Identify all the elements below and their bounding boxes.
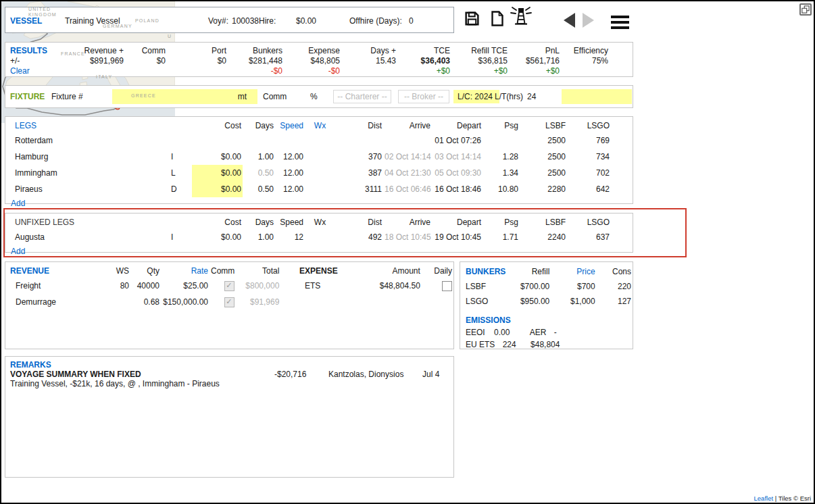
qty-value[interactable]: 40000 bbox=[130, 278, 161, 294]
amount-value[interactable]: $48,804.50 bbox=[339, 278, 422, 294]
leg-days[interactable]: 0.50 bbox=[243, 165, 275, 181]
voyage-number-value[interactable]: 100038 bbox=[232, 16, 259, 26]
leg-wx bbox=[305, 132, 335, 149]
vessel-name-field[interactable]: Training Vessel bbox=[65, 16, 120, 26]
col-header-lsbf: LSBF bbox=[520, 119, 567, 132]
percent-label: % bbox=[310, 92, 318, 101]
remarks-date: Jul 4 bbox=[422, 370, 439, 379]
leg-depart: 05 Oct 09:30 bbox=[432, 165, 483, 181]
cons-value[interactable]: 220 bbox=[597, 279, 633, 294]
add-unfixed-leg-link[interactable]: Add bbox=[11, 247, 25, 256]
cargo-quantity-input[interactable] bbox=[112, 89, 257, 104]
ws-value[interactable]: 80 bbox=[108, 278, 130, 294]
col-header-price[interactable]: Price bbox=[551, 264, 596, 279]
total-value: $800,000 bbox=[236, 278, 280, 294]
leg-days[interactable]: 0.50 bbox=[243, 181, 275, 197]
hire-value[interactable]: $0.00 bbox=[296, 16, 316, 26]
ws-value bbox=[108, 294, 130, 310]
col-header-refill: Refill bbox=[507, 264, 551, 279]
col-header-dist: Dist bbox=[335, 119, 383, 132]
col-header-rate[interactable]: Rate bbox=[161, 264, 209, 278]
menu-icon[interactable] bbox=[611, 13, 629, 32]
refill-value[interactable]: $950.00 bbox=[507, 294, 551, 309]
col-header-depart: Depart bbox=[432, 216, 483, 229]
leg-arrive: 18 Oct 10:45 bbox=[383, 229, 432, 245]
leg-port[interactable]: Immingham bbox=[9, 165, 168, 181]
qty-value[interactable]: 0.68 bbox=[130, 294, 161, 310]
leg-cost[interactable]: $0.00 bbox=[192, 149, 243, 165]
col-header-speed[interactable]: Speed bbox=[275, 119, 305, 132]
bunkers-header-row: BUNKERS Refill Price Cons bbox=[464, 264, 633, 279]
remarks-title: REMARKS bbox=[10, 360, 51, 370]
leg-depart: 16 Oct 18:46 bbox=[432, 181, 483, 197]
comm-checkbox[interactable] bbox=[224, 281, 234, 291]
clear-link[interactable]: Clear bbox=[10, 66, 52, 76]
rate-value[interactable]: $150,000.00 bbox=[161, 294, 209, 310]
col-header-ws: WS bbox=[108, 264, 130, 278]
col-header-wx[interactable]: Wx bbox=[305, 119, 335, 132]
laycan-field[interactable]: L/C: 2024 bbox=[453, 90, 499, 103]
offhire-value[interactable]: 0 bbox=[409, 16, 414, 26]
fixture-number-label: Fixture # bbox=[51, 92, 83, 101]
legs-title: LEGS bbox=[9, 119, 168, 132]
leg-psg: 1.34 bbox=[483, 165, 520, 181]
leg-arrive: 16 Oct 06:46 bbox=[383, 181, 432, 197]
leg-port[interactable]: Piraeus bbox=[9, 181, 168, 197]
col-header-psg: Psg bbox=[483, 119, 520, 132]
save-icon[interactable] bbox=[464, 10, 480, 29]
lighthouse-icon[interactable] bbox=[510, 5, 533, 30]
leg-dist bbox=[335, 132, 383, 149]
leg-port[interactable]: Augusta bbox=[9, 229, 168, 245]
revenue-panel: REVENUE WS Qty Rate Comm Total Freight 8… bbox=[5, 261, 454, 349]
leg-lsbf: 2500 bbox=[520, 149, 567, 165]
fixture-cargo-field: mt bbox=[112, 89, 257, 104]
leg-speed[interactable]: 12.00 bbox=[275, 181, 305, 197]
leg-depart: 19 Oct 10:45 bbox=[432, 229, 483, 245]
leg-port[interactable]: Hamburg bbox=[9, 149, 168, 165]
back-icon[interactable] bbox=[563, 12, 576, 30]
eu-ets-cost: $48,804 bbox=[530, 340, 560, 349]
leg-speed[interactable]: 12.00 bbox=[275, 165, 305, 181]
rate-value[interactable]: $25.00 bbox=[161, 278, 209, 294]
leg-days[interactable]: 1.00 bbox=[243, 229, 275, 245]
daily-checkbox[interactable] bbox=[442, 281, 452, 291]
leg-wx bbox=[305, 165, 335, 181]
add-leg-link[interactable]: Add bbox=[11, 199, 25, 208]
results-plus-minus: +/- bbox=[10, 56, 52, 66]
col-header-lsgo: LSGO bbox=[567, 216, 611, 229]
leg-lsbf: 2500 bbox=[520, 132, 567, 149]
forward-icon[interactable] bbox=[581, 12, 595, 30]
col-header-amount: Amount bbox=[339, 264, 422, 278]
leg-type: D bbox=[168, 181, 192, 197]
price-value[interactable]: $1,000 bbox=[551, 294, 596, 309]
eu-ets-label: EU ETS bbox=[466, 340, 495, 349]
leg-days[interactable]: 1.00 bbox=[243, 149, 275, 165]
leg-cost[interactable]: $0.00 bbox=[192, 229, 243, 245]
col-header-cost: Cost bbox=[192, 119, 243, 132]
refill-value[interactable]: $700.00 bbox=[507, 279, 551, 294]
comm-checkbox[interactable] bbox=[224, 297, 234, 307]
col-header-days: Days bbox=[243, 216, 275, 229]
charterer-select[interactable]: -- Charterer -- bbox=[333, 90, 391, 103]
col-header-arrive: Arrive bbox=[383, 216, 432, 229]
fixture-extra-input[interactable] bbox=[562, 89, 632, 104]
leg-lsgo: 702 bbox=[567, 165, 611, 181]
legs-panel: LEGS Cost Days Speed Wx Dist Arrive Depa… bbox=[5, 116, 633, 204]
leg-cost[interactable]: $0.00 bbox=[192, 165, 243, 181]
offhire-label: Offhire (Days): bbox=[349, 16, 402, 26]
leg-psg bbox=[483, 132, 520, 149]
revenue-title: REVENUE bbox=[10, 264, 108, 278]
laytime-value[interactable]: 24 bbox=[527, 92, 536, 101]
leg-cost[interactable]: $0.00 bbox=[192, 181, 243, 197]
copy-icon[interactable] bbox=[489, 10, 505, 29]
leg-speed[interactable]: 12 bbox=[275, 229, 305, 245]
price-value[interactable]: $700 bbox=[551, 279, 596, 294]
leg-speed[interactable]: 12.00 bbox=[275, 149, 305, 165]
fixture-extra-field bbox=[562, 89, 632, 104]
leg-row: Hamburg I $0.00 1.00 12.00 370 02 Oct 14… bbox=[9, 149, 611, 165]
vessel-section-title: VESSEL bbox=[10, 16, 42, 26]
broker-select[interactable]: -- Broker -- bbox=[398, 90, 449, 103]
leg-port[interactable]: Rotterdam bbox=[9, 132, 168, 149]
leg-lsgo: 769 bbox=[567, 132, 611, 149]
cons-value[interactable]: 127 bbox=[597, 294, 633, 309]
